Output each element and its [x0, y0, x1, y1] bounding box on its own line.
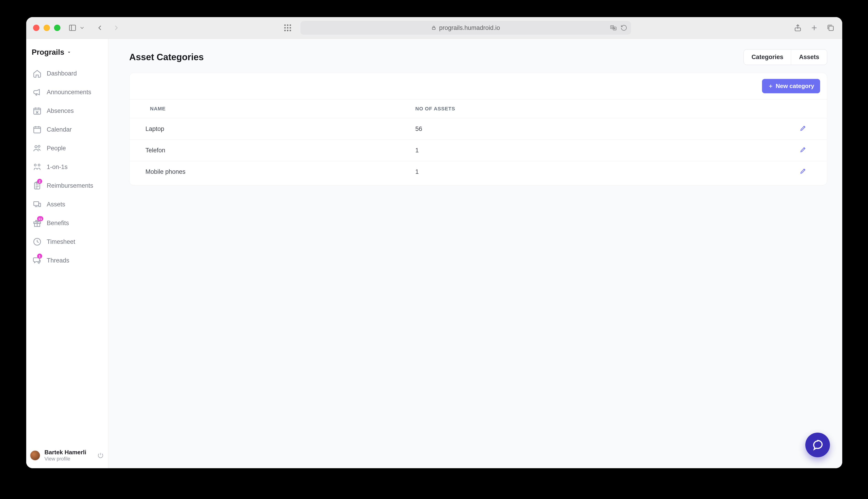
svg-point-3	[287, 24, 288, 26]
sidebar-item-calendar[interactable]: Calendar	[28, 120, 106, 139]
sidebar-item-1on1s[interactable]: 1-on-1s	[28, 158, 106, 176]
profile-section[interactable]: Bartek Hamerli View profile	[26, 444, 108, 468]
window-controls	[33, 25, 60, 31]
svg-point-5	[284, 27, 286, 29]
cell-count: 1	[408, 140, 722, 161]
people-icon	[33, 144, 42, 153]
plus-icon	[768, 84, 773, 89]
sidebar-item-announcements[interactable]: Announcements	[28, 83, 106, 101]
categories-table: NAME NO OF ASSETS Laptop 56	[129, 99, 827, 185]
window-minimize[interactable]	[44, 25, 50, 31]
cell-name: Mobile phones	[129, 161, 408, 185]
edit-button[interactable]	[799, 146, 806, 153]
svg-rect-11	[432, 28, 435, 29]
chat-fab[interactable]	[805, 433, 830, 457]
toggle-categories[interactable]: Categories	[744, 49, 791, 65]
new-tab-icon[interactable]	[809, 23, 819, 33]
sidebar-item-threads[interactable]: 1 Threads	[28, 251, 106, 270]
edit-button[interactable]	[799, 168, 806, 174]
share-icon[interactable]	[793, 23, 803, 33]
org-switcher[interactable]: Prograils	[26, 39, 108, 63]
svg-point-30	[34, 164, 36, 166]
svg-point-4	[289, 24, 291, 26]
org-name: Prograils	[32, 48, 64, 57]
power-icon[interactable]	[97, 452, 104, 459]
sidebar-item-label: Announcements	[47, 89, 91, 96]
devices-icon	[33, 200, 42, 209]
th-name: NAME	[129, 99, 408, 118]
cell-count: 1	[408, 161, 722, 185]
svg-point-28	[35, 146, 37, 148]
badge: 11	[37, 216, 43, 221]
sidebar-item-label: Timesheet	[47, 238, 75, 245]
new-category-button[interactable]: New category	[762, 79, 820, 93]
reload-icon[interactable]	[620, 24, 627, 31]
page-title: Asset Categories	[129, 52, 204, 62]
svg-rect-24	[34, 127, 40, 133]
sidebar-item-label: 1-on-1s	[47, 163, 68, 171]
nav-forward-icon[interactable]	[111, 23, 121, 33]
th-count: NO OF ASSETS	[408, 99, 722, 118]
svg-rect-0	[70, 25, 76, 31]
svg-rect-18	[34, 108, 40, 114]
url-text: prograils.humadroid.io	[439, 24, 500, 32]
sidebar-item-label: Dashboard	[47, 70, 77, 77]
pencil-icon	[799, 125, 806, 132]
sidebar-item-label: Assets	[47, 201, 65, 208]
toggle-assets[interactable]: Assets	[791, 49, 827, 65]
browser-window: prograils.humadroid.io	[26, 17, 842, 468]
tab-overview-icon[interactable]	[826, 23, 835, 33]
sidebar-item-label: Threads	[47, 257, 69, 264]
pencil-icon	[799, 168, 806, 174]
pencil-icon	[799, 146, 806, 153]
svg-point-10	[289, 30, 291, 31]
calendar-x-icon	[33, 106, 42, 115]
svg-rect-39	[39, 203, 40, 207]
table-row: Mobile phones 1	[129, 161, 827, 185]
svg-point-7	[289, 27, 291, 29]
table-row: Telefon 1	[129, 140, 827, 161]
edit-button[interactable]	[799, 125, 806, 132]
sidebar-item-benefits[interactable]: 11 Benefits	[28, 214, 106, 232]
profile-name: Bartek Hamerli	[45, 449, 86, 456]
avatar	[30, 450, 40, 461]
profile-view-link[interactable]: View profile	[45, 456, 86, 462]
sidebar-item-label: Absences	[47, 107, 74, 114]
translate-icon[interactable]	[609, 24, 617, 31]
lock-icon	[431, 25, 436, 31]
sidebar-item-label: Calendar	[47, 126, 72, 133]
window-close[interactable]	[33, 25, 39, 31]
table-row: Laptop 56	[129, 118, 827, 140]
calendar-icon	[33, 125, 42, 134]
badge: 2	[37, 179, 42, 184]
sidebar-item-people[interactable]: People	[28, 139, 106, 157]
sidebar-item-reimbursements[interactable]: 2 Reimbursements	[28, 177, 106, 195]
new-category-label: New category	[776, 83, 814, 90]
nav-back-icon[interactable]	[95, 23, 104, 33]
sidebar-item-absences[interactable]: Absences	[28, 102, 106, 120]
sidebar-item-assets[interactable]: Assets	[28, 195, 106, 214]
svg-rect-17	[829, 26, 834, 31]
cell-name: Telefon	[129, 140, 408, 161]
browser-chrome: prograils.humadroid.io	[26, 17, 842, 39]
chevron-down-icon[interactable]	[79, 23, 85, 33]
svg-point-29	[38, 146, 40, 147]
main-content: Asset Categories Categories Assets New c…	[108, 39, 842, 468]
view-toggle: Categories Assets	[744, 49, 827, 65]
svg-point-8	[284, 30, 286, 31]
svg-point-2	[284, 24, 286, 26]
url-bar[interactable]: prograils.humadroid.io	[300, 21, 631, 35]
svg-point-9	[287, 30, 288, 31]
apps-grid-icon[interactable]	[283, 23, 292, 32]
window-zoom[interactable]	[54, 25, 60, 31]
sidebar-item-label: Reimbursements	[47, 182, 93, 189]
chat-bubble-icon	[812, 439, 823, 451]
categories-card: New category NAME NO OF ASSETS	[129, 73, 827, 185]
svg-point-6	[287, 27, 288, 29]
home-icon	[33, 69, 42, 78]
sidebar-item-timesheet[interactable]: Timesheet	[28, 233, 106, 251]
sidebar-item-dashboard[interactable]: Dashboard	[28, 64, 106, 83]
sidebar-toggle-icon[interactable]	[68, 23, 77, 33]
svg-point-31	[38, 164, 40, 166]
cell-name: Laptop	[129, 118, 408, 140]
